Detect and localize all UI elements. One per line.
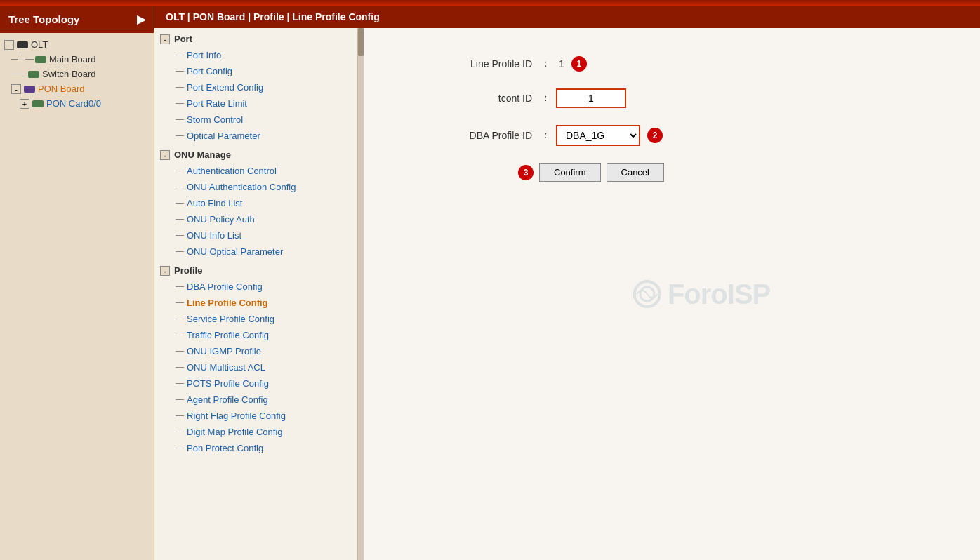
svg-point-1 <box>640 287 654 301</box>
buttons-row: 3 Confirm Cancel <box>518 163 924 182</box>
nav-optical-parameter[interactable]: Optical Parameter <box>154 128 357 144</box>
auto-find-list-label: Auto Find List <box>187 198 243 208</box>
digit-map-profile-config-label: Digit Map Profile Config <box>187 427 283 437</box>
pon-card-icon <box>32 100 44 107</box>
nav-port-config[interactable]: Port Config <box>154 63 357 79</box>
nav-pon-protect-config[interactable]: Pon Protect Config <box>154 440 357 456</box>
nav-authentication-control[interactable]: Authentication Control <box>154 163 357 179</box>
nav-profile-section[interactable]: - Profile <box>154 262 357 279</box>
onu-manage-section-label: ONU Manage <box>174 149 231 160</box>
nav-storm-control[interactable]: Storm Control <box>154 112 357 128</box>
tcont-id-input[interactable] <box>556 88 626 108</box>
nav-onu-manage-section[interactable]: - ONU Manage <box>154 147 357 163</box>
dba-profile-id-row: DBA Profile ID ： DBA_1G DBA_512K DBA_256… <box>420 125 924 146</box>
nav-line-profile-config[interactable]: Line Profile Config <box>154 295 357 311</box>
sidebar: Tree Topology ▶ - OLT Main Board <box>0 6 154 560</box>
nav-onu-info-list[interactable]: ONU Info List <box>154 227 357 244</box>
switch-board-icon <box>28 71 39 78</box>
main-panel: ForoISP Line Profile ID ： 1 1 tcont ID ： <box>364 28 980 560</box>
olt-label: OLT <box>31 39 48 50</box>
nav-port-rate-limit[interactable]: Port Rate Limit <box>154 95 357 112</box>
step1-badge: 1 <box>571 56 587 72</box>
line-profile-config-label: Line Profile Config <box>187 298 268 308</box>
onu-info-list-label: ONU Info List <box>187 230 241 241</box>
nav-onu-policy-auth[interactable]: ONU Policy Auth <box>154 211 357 227</box>
pon-board-collapse-icon[interactable]: - <box>11 84 21 94</box>
pon-card-collapse-icon[interactable]: + <box>20 99 29 109</box>
line-profile-id-row: Line Profile ID ： 1 1 <box>420 56 924 72</box>
dba-profile-id-label: DBA Profile ID <box>420 130 532 141</box>
sidebar-title: Tree Topology <box>8 13 79 25</box>
nav-service-profile-config[interactable]: Service Profile Config <box>154 311 357 327</box>
optical-parameter-label: Optical Parameter <box>187 131 260 141</box>
nav-agent-profile-config[interactable]: Agent Profile Config <box>154 392 357 408</box>
nav-right-flag-profile-config[interactable]: Right Flag Profile Config <box>154 408 357 424</box>
sidebar-collapse-icon[interactable]: ▶ <box>137 13 145 26</box>
form-container: Line Profile ID ： 1 1 tcont ID ： DBA Pro… <box>378 42 966 213</box>
nav-dba-profile-config[interactable]: DBA Profile Config <box>154 279 357 295</box>
nav-auto-find-list[interactable]: Auto Find List <box>154 195 357 211</box>
sidebar-tree: - OLT Main Board Switch Board - <box>0 33 154 560</box>
content-area: OLT | PON Board | Profile | Line Profile… <box>154 6 980 560</box>
pon-card-label: PON Card0/0 <box>46 98 101 109</box>
nav-scroll-thumb[interactable] <box>358 28 364 56</box>
onu-optical-parameter-label: ONU Optical Parameter <box>187 246 283 257</box>
profile-section-label: Profile <box>174 265 202 276</box>
nav-pots-profile-config[interactable]: POTS Profile Config <box>154 375 357 392</box>
port-info-label: Port Info <box>187 50 221 60</box>
sidebar-header: Tree Topology ▶ <box>0 6 154 33</box>
tcont-id-row: tcont ID ： <box>420 88 924 108</box>
confirm-button[interactable]: Confirm <box>539 163 601 182</box>
watermark: ForoISP <box>630 276 770 312</box>
nav-digit-map-profile-config[interactable]: Digit Map Profile Config <box>154 424 357 440</box>
onu-policy-auth-label: ONU Policy Auth <box>187 214 255 225</box>
breadcrumb: OLT | PON Board | Profile | Line Profile… <box>154 6 980 28</box>
nav-port-extend-config[interactable]: Port Extend Config <box>154 79 357 95</box>
cancel-button[interactable]: Cancel <box>607 163 664 182</box>
left-nav: - Port Port Info Port Config Port Extend… <box>154 28 358 560</box>
dba-profile-config-label: DBA Profile Config <box>187 281 263 292</box>
sidebar-item-pon-card[interactable]: + PON Card0/0 <box>0 96 154 111</box>
port-config-label: Port Config <box>187 66 232 76</box>
nav-onu-auth-config[interactable]: ONU Authentication Config <box>154 179 357 195</box>
port-collapse-btn[interactable]: - <box>160 34 170 44</box>
nav-onu-igmp-profile[interactable]: ONU IGMP Profile <box>154 343 357 359</box>
nav-traffic-profile-config[interactable]: Traffic Profile Config <box>154 327 357 343</box>
sidebar-item-olt[interactable]: - OLT <box>0 37 154 52</box>
svg-point-0 <box>635 281 660 307</box>
step2-badge: 2 <box>647 128 663 143</box>
switch-board-label: Switch Board <box>42 69 96 79</box>
main-board-label: Main Board <box>49 54 95 65</box>
onu-multicast-acl-label: ONU Multicast ACL <box>187 362 265 373</box>
main-board-icon <box>35 56 46 63</box>
onu-igmp-profile-label: ONU IGMP Profile <box>187 346 261 356</box>
port-rate-limit-label: Port Rate Limit <box>187 98 247 109</box>
onu-auth-config-label: ONU Authentication Config <box>187 182 296 192</box>
nav-port-info[interactable]: Port Info <box>154 47 357 63</box>
service-profile-config-label: Service Profile Config <box>187 314 274 324</box>
nav-port-section[interactable]: - Port <box>154 31 357 47</box>
watermark-text: ForoISP <box>668 279 770 310</box>
nav-onu-optical-parameter[interactable]: ONU Optical Parameter <box>154 244 357 260</box>
pon-board-label: PON Board <box>38 84 84 94</box>
pon-protect-config-label: Pon Protect Config <box>187 443 263 453</box>
nav-scrollbar[interactable] <box>358 28 364 560</box>
step3-badge: 3 <box>518 165 534 180</box>
dba-profile-id-select[interactable]: DBA_1G DBA_512K DBA_256K <box>556 125 640 146</box>
profile-collapse-btn[interactable]: - <box>160 266 170 276</box>
nav-onu-multicast-acl[interactable]: ONU Multicast ACL <box>154 359 357 375</box>
agent-profile-config-label: Agent Profile Config <box>187 394 268 405</box>
line-profile-id-label: Line Profile ID <box>420 58 532 69</box>
sidebar-item-switch-board[interactable]: Switch Board <box>0 67 154 81</box>
tcont-id-label: tcont ID <box>420 93 532 104</box>
port-section-label: Port <box>174 34 192 44</box>
storm-control-label: Storm Control <box>187 114 243 125</box>
pon-board-icon <box>24 86 35 93</box>
sidebar-item-main-board[interactable]: Main Board <box>0 52 154 67</box>
pots-profile-config-label: POTS Profile Config <box>187 378 269 389</box>
olt-collapse-icon[interactable]: - <box>4 40 14 50</box>
line-profile-id-value: 1 <box>559 58 564 69</box>
authentication-control-label: Authentication Control <box>187 166 277 176</box>
onu-manage-collapse-btn[interactable]: - <box>160 150 170 160</box>
sidebar-item-pon-board[interactable]: - PON Board <box>0 81 154 96</box>
